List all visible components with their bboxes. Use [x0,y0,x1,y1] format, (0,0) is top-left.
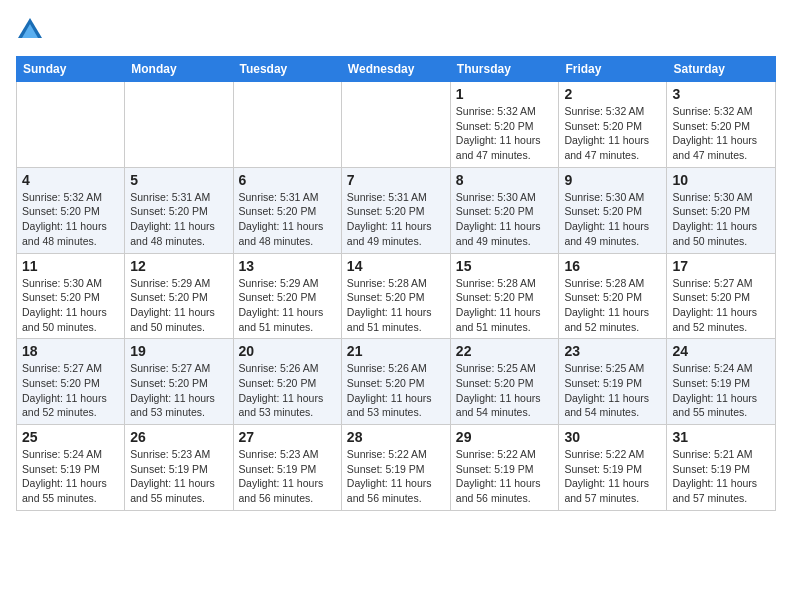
calendar-cell: 25Sunrise: 5:24 AM Sunset: 5:19 PM Dayli… [17,425,125,511]
day-info: Sunrise: 5:26 AM Sunset: 5:20 PM Dayligh… [347,361,445,420]
day-number: 22 [456,343,554,359]
day-number: 27 [239,429,336,445]
calendar-cell: 11Sunrise: 5:30 AM Sunset: 5:20 PM Dayli… [17,253,125,339]
calendar-cell: 12Sunrise: 5:29 AM Sunset: 5:20 PM Dayli… [125,253,233,339]
calendar-cell: 30Sunrise: 5:22 AM Sunset: 5:19 PM Dayli… [559,425,667,511]
day-number: 1 [456,86,554,102]
weekday-header-saturday: Saturday [667,57,776,82]
calendar-cell: 23Sunrise: 5:25 AM Sunset: 5:19 PM Dayli… [559,339,667,425]
calendar-cell: 24Sunrise: 5:24 AM Sunset: 5:19 PM Dayli… [667,339,776,425]
day-number: 8 [456,172,554,188]
day-number: 14 [347,258,445,274]
weekday-header-monday: Monday [125,57,233,82]
weekday-row: SundayMondayTuesdayWednesdayThursdayFrid… [17,57,776,82]
day-number: 26 [130,429,227,445]
day-number: 10 [672,172,770,188]
calendar-cell: 6Sunrise: 5:31 AM Sunset: 5:20 PM Daylig… [233,167,341,253]
calendar-cell [125,82,233,168]
weekday-header-tuesday: Tuesday [233,57,341,82]
logo-icon [16,16,44,44]
day-number: 28 [347,429,445,445]
calendar-cell: 10Sunrise: 5:30 AM Sunset: 5:20 PM Dayli… [667,167,776,253]
day-info: Sunrise: 5:21 AM Sunset: 5:19 PM Dayligh… [672,447,770,506]
day-info: Sunrise: 5:25 AM Sunset: 5:19 PM Dayligh… [564,361,661,420]
calendar-cell: 8Sunrise: 5:30 AM Sunset: 5:20 PM Daylig… [450,167,559,253]
calendar-cell: 18Sunrise: 5:27 AM Sunset: 5:20 PM Dayli… [17,339,125,425]
day-number: 30 [564,429,661,445]
weekday-header-thursday: Thursday [450,57,559,82]
day-number: 21 [347,343,445,359]
calendar-cell [233,82,341,168]
day-number: 20 [239,343,336,359]
calendar-cell: 3Sunrise: 5:32 AM Sunset: 5:20 PM Daylig… [667,82,776,168]
day-number: 11 [22,258,119,274]
weekday-header-sunday: Sunday [17,57,125,82]
day-info: Sunrise: 5:31 AM Sunset: 5:20 PM Dayligh… [239,190,336,249]
calendar-cell: 22Sunrise: 5:25 AM Sunset: 5:20 PM Dayli… [450,339,559,425]
day-info: Sunrise: 5:29 AM Sunset: 5:20 PM Dayligh… [130,276,227,335]
day-number: 6 [239,172,336,188]
day-number: 25 [22,429,119,445]
day-info: Sunrise: 5:32 AM Sunset: 5:20 PM Dayligh… [456,104,554,163]
calendar-cell: 29Sunrise: 5:22 AM Sunset: 5:19 PM Dayli… [450,425,559,511]
calendar-cell: 16Sunrise: 5:28 AM Sunset: 5:20 PM Dayli… [559,253,667,339]
day-number: 31 [672,429,770,445]
day-number: 15 [456,258,554,274]
day-info: Sunrise: 5:22 AM Sunset: 5:19 PM Dayligh… [564,447,661,506]
calendar-cell [341,82,450,168]
day-info: Sunrise: 5:28 AM Sunset: 5:20 PM Dayligh… [456,276,554,335]
day-info: Sunrise: 5:26 AM Sunset: 5:20 PM Dayligh… [239,361,336,420]
day-info: Sunrise: 5:30 AM Sunset: 5:20 PM Dayligh… [564,190,661,249]
day-number: 4 [22,172,119,188]
day-number: 23 [564,343,661,359]
calendar-table: SundayMondayTuesdayWednesdayThursdayFrid… [16,56,776,511]
calendar-cell: 7Sunrise: 5:31 AM Sunset: 5:20 PM Daylig… [341,167,450,253]
day-number: 24 [672,343,770,359]
calendar-cell: 21Sunrise: 5:26 AM Sunset: 5:20 PM Dayli… [341,339,450,425]
day-info: Sunrise: 5:24 AM Sunset: 5:19 PM Dayligh… [22,447,119,506]
calendar-cell: 9Sunrise: 5:30 AM Sunset: 5:20 PM Daylig… [559,167,667,253]
day-info: Sunrise: 5:27 AM Sunset: 5:20 PM Dayligh… [22,361,119,420]
day-info: Sunrise: 5:22 AM Sunset: 5:19 PM Dayligh… [347,447,445,506]
calendar-cell: 1Sunrise: 5:32 AM Sunset: 5:20 PM Daylig… [450,82,559,168]
day-number: 3 [672,86,770,102]
calendar-week-3: 11Sunrise: 5:30 AM Sunset: 5:20 PM Dayli… [17,253,776,339]
calendar-cell: 5Sunrise: 5:31 AM Sunset: 5:20 PM Daylig… [125,167,233,253]
day-number: 13 [239,258,336,274]
calendar-week-4: 18Sunrise: 5:27 AM Sunset: 5:20 PM Dayli… [17,339,776,425]
calendar-cell [17,82,125,168]
day-number: 9 [564,172,661,188]
day-info: Sunrise: 5:27 AM Sunset: 5:20 PM Dayligh… [130,361,227,420]
day-info: Sunrise: 5:30 AM Sunset: 5:20 PM Dayligh… [672,190,770,249]
day-info: Sunrise: 5:24 AM Sunset: 5:19 PM Dayligh… [672,361,770,420]
calendar-cell: 15Sunrise: 5:28 AM Sunset: 5:20 PM Dayli… [450,253,559,339]
day-info: Sunrise: 5:32 AM Sunset: 5:20 PM Dayligh… [564,104,661,163]
day-number: 16 [564,258,661,274]
day-info: Sunrise: 5:31 AM Sunset: 5:20 PM Dayligh… [130,190,227,249]
day-info: Sunrise: 5:32 AM Sunset: 5:20 PM Dayligh… [22,190,119,249]
calendar-cell: 27Sunrise: 5:23 AM Sunset: 5:19 PM Dayli… [233,425,341,511]
calendar-cell: 19Sunrise: 5:27 AM Sunset: 5:20 PM Dayli… [125,339,233,425]
day-number: 7 [347,172,445,188]
day-info: Sunrise: 5:27 AM Sunset: 5:20 PM Dayligh… [672,276,770,335]
weekday-header-wednesday: Wednesday [341,57,450,82]
logo [16,16,48,44]
day-info: Sunrise: 5:32 AM Sunset: 5:20 PM Dayligh… [672,104,770,163]
calendar-week-1: 1Sunrise: 5:32 AM Sunset: 5:20 PM Daylig… [17,82,776,168]
day-info: Sunrise: 5:30 AM Sunset: 5:20 PM Dayligh… [456,190,554,249]
calendar-cell: 14Sunrise: 5:28 AM Sunset: 5:20 PM Dayli… [341,253,450,339]
calendar-week-5: 25Sunrise: 5:24 AM Sunset: 5:19 PM Dayli… [17,425,776,511]
calendar-body: 1Sunrise: 5:32 AM Sunset: 5:20 PM Daylig… [17,82,776,511]
calendar-cell: 2Sunrise: 5:32 AM Sunset: 5:20 PM Daylig… [559,82,667,168]
day-number: 29 [456,429,554,445]
day-info: Sunrise: 5:22 AM Sunset: 5:19 PM Dayligh… [456,447,554,506]
day-info: Sunrise: 5:23 AM Sunset: 5:19 PM Dayligh… [130,447,227,506]
day-info: Sunrise: 5:23 AM Sunset: 5:19 PM Dayligh… [239,447,336,506]
calendar-cell: 31Sunrise: 5:21 AM Sunset: 5:19 PM Dayli… [667,425,776,511]
calendar-cell: 26Sunrise: 5:23 AM Sunset: 5:19 PM Dayli… [125,425,233,511]
day-number: 12 [130,258,227,274]
day-number: 19 [130,343,227,359]
calendar-cell: 17Sunrise: 5:27 AM Sunset: 5:20 PM Dayli… [667,253,776,339]
calendar-cell: 20Sunrise: 5:26 AM Sunset: 5:20 PM Dayli… [233,339,341,425]
day-number: 5 [130,172,227,188]
